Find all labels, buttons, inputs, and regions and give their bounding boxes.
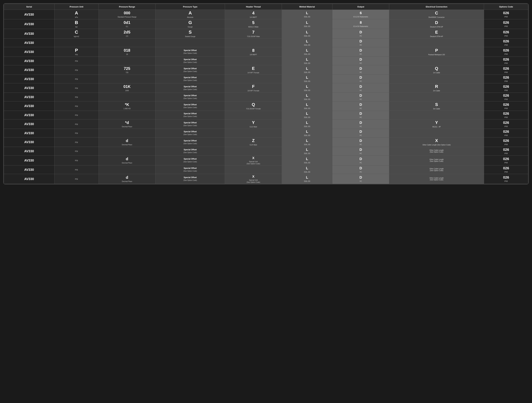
- cell-electrical-connection: Other Cable Length(See Option Code): [389, 174, 484, 184]
- cell-header-thread: [225, 38, 282, 47]
- cell-pressure-range: [99, 111, 155, 119]
- cell-serial: AV330: [4, 129, 55, 137]
- cell-electrical-connection: [389, 57, 484, 65]
- cell-pressure-unit: PSI: [54, 83, 99, 93]
- cell-pressure-range: [99, 57, 155, 65]
- table-row: AV330PSISpecial Offset(See Option Code)L…: [4, 129, 528, 137]
- cell-electrical-connection: PPackard Metripack 150: [389, 47, 484, 57]
- table-row: AV330PSISpecial Offset(See Option Code)L…: [4, 111, 528, 119]
- cell-output: DI²C: [332, 38, 389, 47]
- main-table-wrapper: Serial Pressure Unit Pressure Range Pres…: [3, 3, 529, 184]
- cell-header-thread: [225, 165, 282, 174]
- cell-header-thread: [225, 93, 282, 101]
- cell-electrical-connection: CDin43650C Connector: [389, 10, 484, 19]
- cell-pressure-range: dDecimal Place: [99, 174, 155, 184]
- cell-wetted-material: L316L-SS: [282, 29, 332, 38]
- table-row: AV330Ckg/cm22d52.5SSealed Gauge77/16-20U…: [4, 29, 528, 38]
- header-row: Serial Pressure Unit Pressure Range Pres…: [4, 4, 528, 10]
- cell-serial: AV330: [4, 75, 55, 83]
- cell-options-code: 026IP68: [484, 119, 528, 129]
- cell-options-code: 026IP68: [484, 38, 528, 47]
- cell-output: DI²C: [332, 65, 389, 75]
- col-header-ptype: Pressure Type: [155, 4, 225, 10]
- cell-pressure-type: Special Offset(See Option Code): [155, 155, 225, 165]
- cell-pressure-range: [99, 165, 155, 174]
- cell-electrical-connection: Other Cable Length(See Option Code): [389, 147, 484, 155]
- table-row: AV330PSIdDecimal PlaceSpecial Offset(See…: [4, 174, 528, 184]
- table-row: AV330PPSI01818Special Offset(See Option …: [4, 47, 528, 57]
- cell-wetted-material: L316L-SS: [282, 38, 332, 47]
- cell-header-thread: ZG1/4 Male: [225, 137, 282, 147]
- cell-output: DI²C: [332, 47, 389, 57]
- cell-header-thread: 41/4 MNPT: [225, 10, 282, 19]
- cell-header-thread: XSpecial Unit(See Option Code): [225, 155, 282, 165]
- cell-wetted-material: L316L-SS: [282, 57, 332, 65]
- cell-wetted-material: L316L-SS: [282, 119, 332, 129]
- cell-pressure-range: 725725: [99, 65, 155, 75]
- cell-wetted-material: L316L-SS: [282, 165, 332, 174]
- cell-pressure-unit: PSI: [54, 147, 99, 155]
- table-row: AV330Bbar0d10.1GGauge5M20x1.5 MaleL316L-…: [4, 19, 528, 29]
- cell-output: DI²C: [332, 93, 389, 101]
- cell-pressure-range: 2d52.5: [99, 29, 155, 38]
- cell-pressure-type: GGauge: [155, 19, 225, 29]
- cell-output: DI²C: [332, 101, 389, 111]
- cell-header-thread: [225, 129, 282, 137]
- spec-table: Serial Pressure Unit Pressure Range Pres…: [4, 4, 528, 184]
- table-row: AV330PSI725725Special Offset(See Option …: [4, 65, 528, 75]
- cell-options-code: 026IP68: [484, 75, 528, 83]
- cell-wetted-material: L316L-SS: [282, 174, 332, 184]
- cell-pressure-type: Special Offset(See Option Code): [155, 119, 225, 129]
- cell-serial: AV330: [4, 165, 55, 174]
- cell-header-thread: YG1/2 Male: [225, 119, 282, 129]
- cell-pressure-range: [99, 75, 155, 83]
- cell-wetted-material: L316L-SS: [282, 19, 332, 29]
- cell-header-thread: 77/16-20UNF Male: [225, 29, 282, 38]
- cell-wetted-material: L316L-SS: [282, 93, 332, 101]
- cell-output: DI²C: [332, 155, 389, 165]
- cell-options-code: 026IP68: [484, 47, 528, 57]
- table-row: AV330PSI01K1000Special Offset(See Option…: [4, 83, 528, 93]
- col-header-wetted: Wetted Material: [282, 4, 332, 10]
- cell-header-thread: XSpecial Unit(See Option Code): [225, 174, 282, 184]
- cell-pressure-unit: PSI: [54, 119, 99, 129]
- cell-header-thread: [225, 75, 282, 83]
- cell-pressure-type: Special Offset(See Option Code): [155, 75, 225, 83]
- cell-pressure-unit: PSI: [54, 57, 99, 65]
- cell-pressure-unit: PSI: [54, 101, 99, 111]
- cell-serial: AV330: [4, 83, 55, 93]
- cell-wetted-material: L316L-SS: [282, 10, 332, 19]
- cell-pressure-range: 01K1000: [99, 83, 155, 93]
- table-row: AV330PSIdDecimal PlaceSpecial Offset(See…: [4, 155, 528, 165]
- table-row: AV330PSISpecial Offset(See Option Code)L…: [4, 57, 528, 65]
- cell-electrical-connection: [389, 111, 484, 119]
- cell-pressure-unit: PSI: [54, 93, 99, 101]
- cell-electrical-connection: [389, 38, 484, 47]
- cell-pressure-range: 0d10.1: [99, 19, 155, 29]
- cell-pressure-unit: PSI: [54, 137, 99, 147]
- cell-pressure-range: [99, 38, 155, 47]
- cell-output: 80.5-4.5V Ratiometric: [332, 19, 389, 29]
- table-row: AV330PSI*dDecimal PlaceSpecial Offset(Se…: [4, 119, 528, 129]
- cell-header-thread: 81/8 MNPT: [225, 47, 282, 57]
- col-header-options: Options Code: [484, 4, 528, 10]
- cell-serial: AV330: [4, 137, 55, 147]
- table-row: AV330PSIdDecimal PlaceSpecial Offset(See…: [4, 137, 528, 147]
- col-header-prange: Pressure Range: [99, 4, 155, 10]
- cell-pressure-unit: [54, 38, 99, 47]
- cell-output: DI²C: [332, 57, 389, 65]
- cell-pressure-type: Special Offset(See Option Code): [155, 57, 225, 65]
- cell-output: DI²C: [332, 29, 389, 38]
- cell-pressure-type: Special Offset(See Option Code): [155, 101, 225, 111]
- cell-pressure-type: Special Offset(See Option Code): [155, 65, 225, 75]
- cell-pressure-type: Special Offset(See Option Code): [155, 174, 225, 184]
- cell-options-code: 026IP68: [484, 10, 528, 19]
- table-row: AV330PSISpecial Offset(See Option Code)L…: [4, 147, 528, 155]
- cell-pressure-type: Special Offset(See Option Code): [155, 47, 225, 57]
- cell-serial: AV330: [4, 29, 55, 38]
- cell-wetted-material: L316L-SS: [282, 101, 332, 111]
- cell-pressure-type: Special Offset(See Option Code): [155, 83, 225, 93]
- cell-options-code: 026IP68: [484, 155, 528, 165]
- cell-electrical-connection: XOther Cable Length (See Option Code): [389, 137, 484, 147]
- cell-options-code: 026IP68: [484, 83, 528, 93]
